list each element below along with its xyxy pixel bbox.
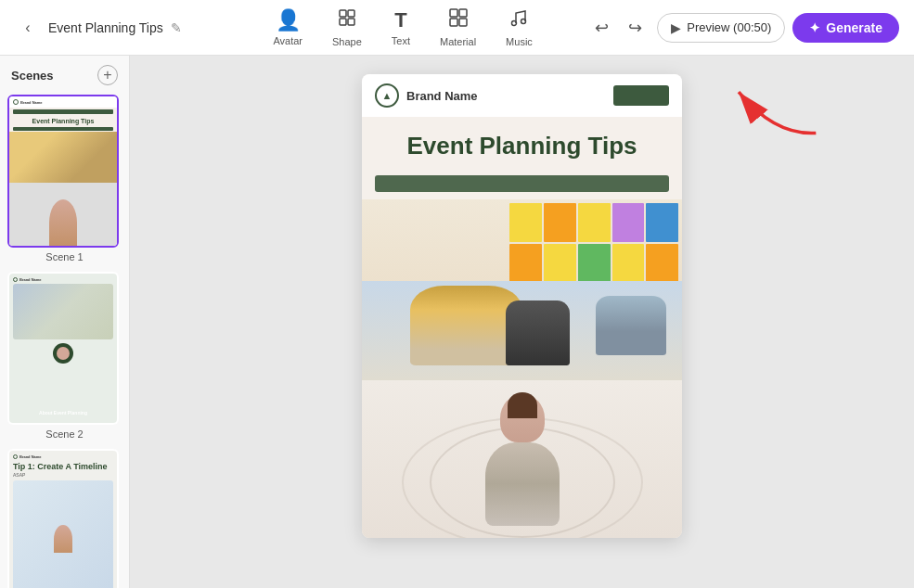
- logo-icon: ▲: [382, 90, 393, 101]
- slide-canvas: ▲ Brand Name Event Planning Tips: [362, 74, 682, 538]
- add-scene-button[interactable]: +: [97, 65, 118, 85]
- shape-icon: [337, 7, 357, 33]
- toolbar-left: ‹ Event Planning Tips ✎: [15, 15, 219, 41]
- play-icon: ▶: [671, 20, 681, 35]
- tool-shape[interactable]: Shape: [332, 7, 362, 47]
- toolbar: ‹ Event Planning Tips ✎ 👤 Avatar Shape T…: [0, 0, 914, 56]
- preview-label: Preview (00:50): [687, 20, 771, 34]
- preview-button[interactable]: ▶ Preview (00:50): [657, 13, 785, 43]
- avatar-label: Avatar: [273, 35, 303, 46]
- toolbar-right: ↩ ↪ ▶ Preview (00:50) ✦ Generate: [586, 13, 899, 43]
- sparkle-icon: ✦: [809, 20, 820, 35]
- presenter-avatar: [467, 394, 578, 538]
- svg-point-8: [512, 21, 517, 26]
- slide-main-title: Event Planning Tips: [375, 132, 669, 160]
- slide-brand-name: Brand Name: [406, 89, 478, 103]
- canvas-area: ▲ Brand Name Event Planning Tips: [130, 56, 914, 588]
- undo-redo-group: ↩ ↪: [586, 13, 650, 43]
- svg-point-9: [521, 19, 526, 24]
- back-button[interactable]: ‹: [15, 15, 41, 41]
- svg-rect-4: [450, 9, 457, 17]
- slide-header: ▲ Brand Name: [362, 74, 682, 117]
- sidebar-header: Scenes +: [7, 65, 122, 85]
- material-label: Material: [440, 36, 476, 47]
- person-3: [596, 296, 666, 355]
- music-icon: [508, 7, 529, 33]
- svg-rect-2: [340, 19, 346, 25]
- svg-rect-6: [450, 19, 457, 26]
- slide-office-photo: [362, 199, 682, 380]
- table-scene: [362, 281, 682, 380]
- avatar-body: [485, 442, 560, 526]
- slide-header-green-bar: [613, 85, 669, 106]
- redo-button[interactable]: ↪: [620, 13, 650, 43]
- generate-label: Generate: [826, 20, 882, 35]
- undo-button[interactable]: ↩: [586, 13, 616, 43]
- scene-3-thumbnail[interactable]: Brand Name Tip 1: Create A Timeline ASAP: [7, 449, 119, 588]
- scenes-title: Scenes: [11, 69, 54, 83]
- svg-rect-0: [340, 10, 346, 17]
- scene-1-label: Scene 1: [7, 251, 122, 262]
- tool-music[interactable]: Music: [506, 7, 533, 47]
- person-2: [506, 300, 570, 365]
- slide-image-section: [362, 199, 682, 380]
- generate-button[interactable]: ✦ Generate: [792, 13, 899, 43]
- project-title: Event Planning Tips: [48, 20, 163, 35]
- svg-rect-5: [459, 9, 467, 17]
- sidebar: Scenes + Brand Name Event Planning Tips: [0, 56, 130, 588]
- red-arrow-indicator: [726, 56, 842, 178]
- text-label: Text: [392, 35, 410, 46]
- sidebar-item-scene-1[interactable]: Brand Name Event Planning Tips Scene 1: [7, 95, 122, 262]
- avatar-head: [500, 394, 545, 442]
- slide-logo: ▲: [375, 83, 399, 108]
- material-icon: [448, 7, 469, 33]
- main-area: Scenes + Brand Name Event Planning Tips: [0, 56, 914, 588]
- scene-1-thumbnail[interactable]: Brand Name Event Planning Tips: [7, 95, 119, 248]
- tool-avatar[interactable]: 👤 Avatar: [273, 8, 303, 46]
- edit-icon[interactable]: ✎: [171, 20, 182, 35]
- svg-rect-3: [348, 19, 354, 25]
- scene-2-label: Scene 2: [7, 428, 122, 440]
- avatar-icon: 👤: [276, 8, 301, 32]
- sidebar-item-scene-3[interactable]: Brand Name Tip 1: Create A Timeline ASAP…: [7, 449, 122, 588]
- music-label: Music: [506, 36, 533, 47]
- svg-rect-1: [348, 10, 354, 17]
- slide-avatar-section: [362, 380, 682, 538]
- slide-green-bar: [375, 175, 669, 192]
- toolbar-center: 👤 Avatar Shape T Text Material Music: [219, 7, 586, 47]
- tool-material[interactable]: Material: [440, 7, 476, 47]
- sidebar-item-scene-2[interactable]: Brand Name About Event Planning Scene 2: [7, 272, 122, 440]
- tool-text[interactable]: T Text: [392, 8, 410, 46]
- slide-title-section: Event Planning Tips: [362, 117, 682, 168]
- svg-rect-7: [459, 19, 467, 26]
- scene-2-thumbnail[interactable]: Brand Name About Event Planning: [7, 272, 119, 425]
- avatar-hair: [508, 392, 537, 418]
- text-icon: T: [394, 8, 406, 32]
- shape-label: Shape: [332, 36, 362, 47]
